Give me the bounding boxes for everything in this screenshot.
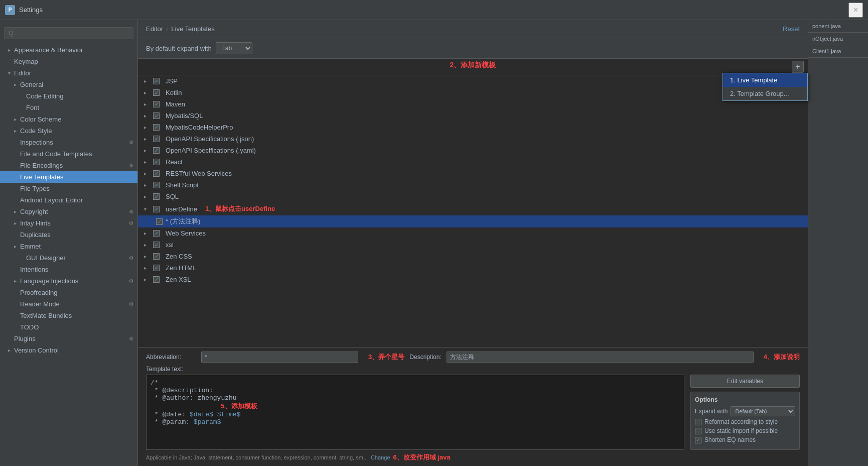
sidebar-item-live-templates[interactable]: Live Templates: [0, 171, 137, 183]
sidebar-item-plugins[interactable]: Plugins⚙: [0, 333, 137, 344]
dropdown-menu-item[interactable]: 2. Template Group...: [723, 87, 807, 100]
static-import-checkbox[interactable]: [695, 428, 701, 434]
sidebar-item-keymap[interactable]: Keymap: [0, 56, 137, 67]
template-group-header[interactable]: ▸SQL: [138, 191, 808, 202]
sidebar-item-emmet[interactable]: ▸Emmet: [0, 241, 137, 252]
template-group-header[interactable]: ▸Shell Script: [138, 179, 808, 191]
sidebar-item-file-encodings[interactable]: File Encodings⚙: [0, 160, 137, 171]
change-link[interactable]: Change: [371, 454, 390, 460]
search-input[interactable]: [4, 27, 133, 39]
sidebar-item-language-injections[interactable]: ▸Language Injections⚙: [0, 275, 137, 287]
template-group-mybatis/sql[interactable]: ▸Mybatis/SQL: [138, 110, 808, 122]
template-group-header[interactable]: ▾userDefine1、鼠标点击userDefine: [138, 202, 808, 215]
sidebar-item-file-types[interactable]: File Types: [0, 183, 137, 194]
reset-button[interactable]: Reset: [783, 25, 800, 33]
group-checkbox[interactable]: [153, 182, 160, 188]
sidebar-item-general[interactable]: ▸General: [0, 79, 137, 90]
abbreviation-input[interactable]: [201, 352, 358, 363]
reformat-checkbox[interactable]: [695, 419, 701, 425]
sidebar-item-intentions[interactable]: Intentions: [0, 264, 137, 275]
group-checkbox[interactable]: [153, 147, 160, 154]
sidebar-item-inlay-hints[interactable]: ▸Inlay Hints⚙: [0, 217, 137, 229]
close-button[interactable]: ×: [848, 3, 863, 18]
group-checkbox[interactable]: [153, 276, 160, 283]
template-group-header[interactable]: ▸xsl: [138, 239, 808, 251]
sidebar-item-reader-mode[interactable]: Reader Mode⚙: [0, 298, 137, 310]
template-group-header[interactable]: ▸Maven: [138, 98, 808, 110]
group-checkbox[interactable]: [153, 124, 160, 131]
template-group-userdefine[interactable]: ▾userDefine1、鼠标点击userDefine* (方法注释): [138, 202, 808, 227]
template-group-header[interactable]: ▸Web Services: [138, 227, 808, 239]
group-checkbox[interactable]: [153, 170, 160, 177]
sidebar-item-code-editing[interactable]: Code Editing: [0, 90, 137, 102]
group-checkbox[interactable]: [153, 206, 160, 212]
template-group-zen_html[interactable]: ▸Zen HTML: [138, 262, 808, 274]
template-group-header[interactable]: ▸React: [138, 156, 808, 168]
sidebar-item-editor[interactable]: ▾Editor: [0, 67, 137, 79]
template-group-header[interactable]: ▸Zen HTML: [138, 262, 808, 274]
file-tab[interactable]: ponent.java: [808, 20, 868, 33]
group-checkbox[interactable]: [153, 159, 160, 165]
sidebar-item-file-and-code-templates[interactable]: File and Code Templates: [0, 148, 137, 160]
group-checkbox[interactable]: [153, 101, 160, 107]
group-checkbox[interactable]: [153, 89, 160, 96]
template-group-header[interactable]: ▸Mybatis/SQL: [138, 110, 808, 122]
sidebar-item-code-style[interactable]: ▸Code Style: [0, 125, 137, 137]
group-checkbox[interactable]: [153, 253, 160, 260]
template-group-sql[interactable]: ▸SQL: [138, 191, 808, 202]
template-group-header[interactable]: ▸Kotlin: [138, 87, 808, 98]
sidebar-item-textmate-bundles[interactable]: TextMate Bundles: [0, 310, 137, 321]
expand-arrow-icon: ▸: [12, 82, 18, 88]
group-checkbox[interactable]: [153, 230, 160, 237]
template-group-openapi_specifications_(.yaml)[interactable]: ▸OpenAPI Specifications (.yaml): [138, 145, 808, 156]
sidebar-item-duplicates[interactable]: Duplicates: [0, 229, 137, 241]
expand-with-option-select[interactable]: Default (Tab): [731, 406, 795, 416]
template-group-header[interactable]: ▸JSP: [138, 75, 808, 87]
template-group-header[interactable]: ▸MybatisCodeHelperPro: [138, 122, 808, 133]
dropdown-menu-item[interactable]: 1. Live Template: [723, 73, 807, 87]
template-group-jsp[interactable]: ▸JSP: [138, 75, 808, 87]
item-checkbox[interactable]: [156, 218, 163, 225]
template-group-header[interactable]: ▸OpenAPI Specifications (.json): [138, 133, 808, 145]
sidebar-item-copyright[interactable]: ▸Copyright⚙: [0, 206, 137, 217]
template-group-header[interactable]: ▸Zen CSS: [138, 251, 808, 262]
template-group-zen_css[interactable]: ▸Zen CSS: [138, 251, 808, 262]
group-checkbox[interactable]: [153, 112, 160, 119]
template-group-kotlin[interactable]: ▸Kotlin: [138, 87, 808, 98]
template-group-mybatiscodehelperpro[interactable]: ▸MybatisCodeHelperPro: [138, 122, 808, 133]
template-group-shell_script[interactable]: ▸Shell Script: [138, 179, 808, 191]
sidebar-item-gui-designer[interactable]: GUI Designer⚙: [0, 252, 137, 264]
sidebar-item-appearance-&-behavior[interactable]: ▸Appearance & Behavior: [0, 44, 137, 56]
template-group-header[interactable]: ▸Zen XSL: [138, 274, 808, 285]
template-group-web_services[interactable]: ▸Web Services: [138, 227, 808, 239]
sidebar-item-version-control[interactable]: ▸Version Control: [0, 344, 137, 356]
file-tab[interactable]: Client1.java: [808, 45, 868, 58]
shorten-checkbox[interactable]: [695, 437, 701, 443]
template-group-header[interactable]: ▸OpenAPI Specifications (.yaml): [138, 145, 808, 156]
group-checkbox[interactable]: [153, 265, 160, 271]
group-checkbox[interactable]: [153, 78, 160, 84]
sidebar-item-color-scheme[interactable]: ▸Color Scheme: [0, 113, 137, 125]
sidebar-item-inspections[interactable]: Inspections⚙: [0, 137, 137, 148]
group-checkbox[interactable]: [153, 136, 160, 142]
group-checkbox[interactable]: [153, 193, 160, 200]
template-code-editor[interactable]: /* * @description: * @author: zhengyuzhu…: [146, 375, 684, 450]
file-tab[interactable]: nObject.java: [808, 33, 868, 45]
template-group-zen_xsl[interactable]: ▸Zen XSL: [138, 274, 808, 285]
template-group-react[interactable]: ▸React: [138, 156, 808, 168]
template-group-header[interactable]: ▸RESTful Web Services: [138, 168, 808, 179]
description-input[interactable]: [447, 352, 754, 363]
template-group-restful_web_services[interactable]: ▸RESTful Web Services: [138, 168, 808, 179]
template-group-xsl[interactable]: ▸xsl: [138, 239, 808, 251]
sidebar-item-font[interactable]: Font: [0, 102, 137, 113]
template-item[interactable]: * (方法注释): [138, 215, 808, 227]
sidebar-item-proofreading[interactable]: Proofreading: [0, 287, 137, 298]
sidebar-item-todo[interactable]: TODO: [0, 321, 137, 333]
template-group-maven[interactable]: ▸Maven: [138, 98, 808, 110]
expand-with-select[interactable]: Tab Enter Space: [216, 42, 252, 54]
add-template-button[interactable]: +: [792, 61, 804, 73]
group-checkbox[interactable]: [153, 242, 160, 248]
template-group-openapi_specifications_(.json)[interactable]: ▸OpenAPI Specifications (.json): [138, 133, 808, 145]
sidebar-item-android-layout-editor[interactable]: Android Layout Editor: [0, 194, 137, 206]
edit-variables-button[interactable]: Edit variables: [690, 375, 800, 388]
